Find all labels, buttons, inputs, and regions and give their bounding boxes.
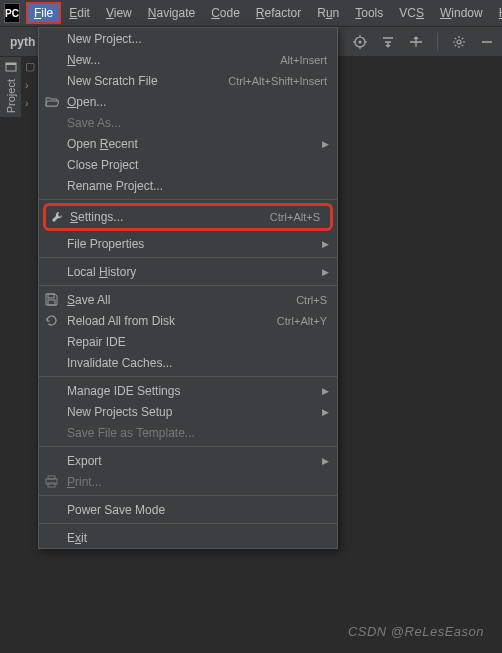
menu-item-shortcut: Alt+Insert bbox=[280, 54, 327, 66]
menu-item-new-projects-setup[interactable]: New Projects Setup▶ bbox=[39, 401, 337, 422]
menu-item-label: File Properties bbox=[67, 237, 144, 251]
step-over-icon[interactable] bbox=[381, 35, 395, 49]
minimize-icon[interactable] bbox=[480, 35, 494, 49]
menu-item-rename-project[interactable]: Rename Project... bbox=[39, 175, 337, 196]
toolbar-right bbox=[353, 33, 494, 51]
menu-item-label: New... bbox=[67, 53, 100, 67]
menu-item-label: Export bbox=[67, 454, 102, 468]
menubar-item-edit[interactable]: Edit bbox=[61, 2, 98, 24]
chevron-right-icon[interactable]: › bbox=[25, 97, 29, 109]
chevron-right-icon: ▶ bbox=[322, 456, 329, 466]
menu-item-label: Open... bbox=[67, 95, 106, 109]
project-tool-icon[interactable] bbox=[5, 61, 17, 73]
page-icon: ▢ bbox=[25, 60, 35, 73]
svg-rect-13 bbox=[48, 294, 54, 298]
menu-item-label: Save All bbox=[67, 293, 110, 307]
folder-open-icon bbox=[45, 96, 61, 108]
menu-item-label: Local History bbox=[67, 265, 136, 279]
menu-item-label: New Project... bbox=[67, 32, 142, 46]
menu-item-power-save-mode[interactable]: Power Save Mode bbox=[39, 499, 337, 520]
menu-item-label: Power Save Mode bbox=[67, 503, 165, 517]
watermark-text: CSDN @ReLesEason bbox=[348, 624, 484, 639]
menu-item-save-file-as-template: Save File as Template... bbox=[39, 422, 337, 443]
menu-item-save-all[interactable]: Save AllCtrl+S bbox=[39, 289, 337, 310]
svg-rect-12 bbox=[6, 63, 16, 65]
menu-item-close-project[interactable]: Close Project bbox=[39, 154, 337, 175]
target-icon[interactable] bbox=[353, 35, 367, 49]
svg-point-1 bbox=[359, 40, 362, 43]
menu-item-label: New Projects Setup bbox=[67, 405, 172, 419]
menu-item-settings[interactable]: Settings...Ctrl+Alt+S bbox=[43, 203, 333, 231]
file-menu-dropdown: New Project...New...Alt+InsertNew Scratc… bbox=[38, 27, 338, 549]
menubar-item-vcs[interactable]: VCS bbox=[391, 2, 432, 24]
menu-item-file-properties[interactable]: File Properties▶ bbox=[39, 233, 337, 254]
chevron-right-icon: ▶ bbox=[322, 386, 329, 396]
menu-item-exit[interactable]: Exit bbox=[39, 527, 337, 548]
menu-item-label: New Scratch File bbox=[67, 74, 158, 88]
menu-item-label: Save As... bbox=[67, 116, 121, 130]
save-icon bbox=[45, 293, 61, 306]
chevron-right-icon: ▶ bbox=[322, 407, 329, 417]
menubar-item-file[interactable]: File bbox=[26, 2, 61, 24]
app-logo: PC bbox=[4, 3, 20, 23]
menu-item-repair-ide[interactable]: Repair IDE bbox=[39, 331, 337, 352]
toolbar-separator bbox=[437, 33, 438, 51]
menubar-item-tools[interactable]: Tools bbox=[347, 2, 391, 24]
menu-item-label: Close Project bbox=[67, 158, 138, 172]
project-tool-tab[interactable]: Project bbox=[5, 79, 17, 113]
menubar-item-code[interactable]: Code bbox=[203, 2, 248, 24]
breadcrumb-root[interactable]: pyth bbox=[6, 33, 39, 51]
menu-item-new-project[interactable]: New Project... bbox=[39, 28, 337, 49]
menu-item-label: Open Recent bbox=[67, 137, 138, 151]
reload-icon bbox=[45, 314, 61, 327]
menu-item-label: Print... bbox=[67, 475, 102, 489]
chevron-right-icon: ▶ bbox=[322, 267, 329, 277]
menu-item-label: Manage IDE Settings bbox=[67, 384, 180, 398]
wrench-icon bbox=[50, 210, 66, 224]
menu-separator bbox=[39, 523, 337, 524]
menu-item-shortcut: Ctrl+S bbox=[296, 294, 327, 306]
menubar-item-refactor[interactable]: Refactor bbox=[248, 2, 309, 24]
chevron-right-icon: ▶ bbox=[322, 239, 329, 249]
menu-item-invalidate-caches[interactable]: Invalidate Caches... bbox=[39, 352, 337, 373]
menu-separator bbox=[39, 495, 337, 496]
menu-item-label: Settings... bbox=[70, 210, 123, 224]
menu-separator bbox=[39, 376, 337, 377]
menu-item-new[interactable]: New...Alt+Insert bbox=[39, 49, 337, 70]
menubar-item-help[interactable]: Help bbox=[491, 2, 502, 24]
menu-item-reload-all-from-disk[interactable]: Reload All from DiskCtrl+Alt+Y bbox=[39, 310, 337, 331]
menu-item-local-history[interactable]: Local History▶ bbox=[39, 261, 337, 282]
chevron-right-icon: ▶ bbox=[322, 139, 329, 149]
menu-separator bbox=[39, 199, 337, 200]
project-tree-stub: ▢ › › bbox=[25, 60, 35, 109]
menu-item-shortcut: Ctrl+Alt+S bbox=[270, 211, 320, 223]
menu-separator bbox=[39, 257, 337, 258]
print-icon bbox=[45, 475, 61, 488]
step-icon[interactable] bbox=[409, 35, 423, 49]
menubar-item-navigate[interactable]: Navigate bbox=[140, 2, 203, 24]
menu-item-save-as: Save As... bbox=[39, 112, 337, 133]
menu-item-export[interactable]: Export▶ bbox=[39, 450, 337, 471]
menu-item-label: Rename Project... bbox=[67, 179, 163, 193]
svg-rect-14 bbox=[48, 300, 55, 305]
chevron-right-icon[interactable]: › bbox=[25, 79, 29, 91]
menu-separator bbox=[39, 446, 337, 447]
menu-item-open[interactable]: Open... bbox=[39, 91, 337, 112]
menubar-item-run[interactable]: Run bbox=[309, 2, 347, 24]
menu-item-print: Print... bbox=[39, 471, 337, 492]
menubar-item-window[interactable]: Window bbox=[432, 2, 491, 24]
menu-item-label: Repair IDE bbox=[67, 335, 126, 349]
gear-icon[interactable] bbox=[452, 35, 466, 49]
menu-item-new-scratch-file[interactable]: New Scratch FileCtrl+Alt+Shift+Insert bbox=[39, 70, 337, 91]
menubar: PC FileEditViewNavigateCodeRefactorRunTo… bbox=[0, 0, 502, 27]
menu-item-open-recent[interactable]: Open Recent▶ bbox=[39, 133, 337, 154]
left-tool-gutter: Project bbox=[0, 57, 22, 117]
menu-item-manage-ide-settings[interactable]: Manage IDE Settings▶ bbox=[39, 380, 337, 401]
menu-item-label: Invalidate Caches... bbox=[67, 356, 172, 370]
menu-separator bbox=[39, 285, 337, 286]
menubar-item-view[interactable]: View bbox=[98, 2, 140, 24]
menu-item-shortcut: Ctrl+Alt+Y bbox=[277, 315, 327, 327]
menu-item-shortcut: Ctrl+Alt+Shift+Insert bbox=[228, 75, 327, 87]
menu-item-label: Save File as Template... bbox=[67, 426, 195, 440]
menu-item-label: Exit bbox=[67, 531, 87, 545]
